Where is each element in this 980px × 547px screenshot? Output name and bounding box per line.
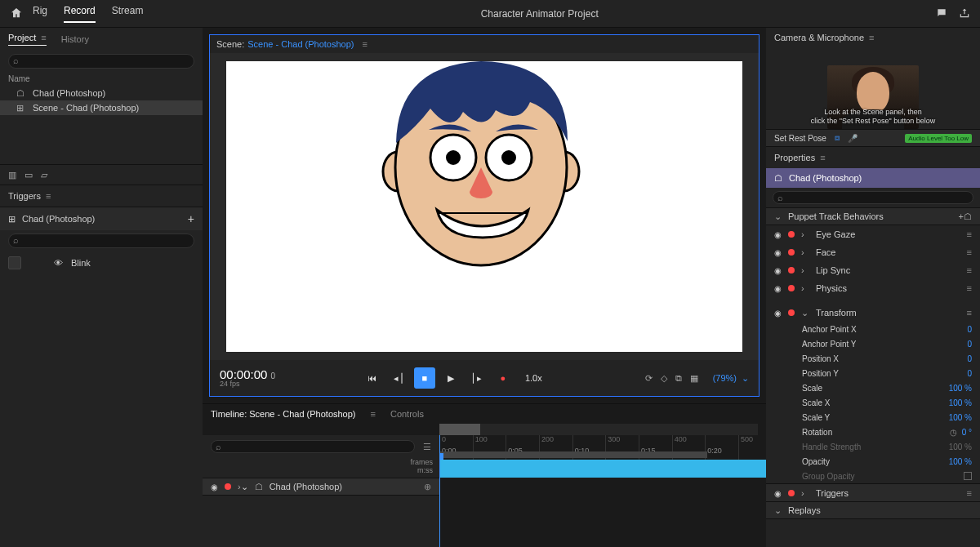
property-row[interactable]: Scale X100 % <box>766 395 980 410</box>
scene-name[interactable]: Scene - Chad (Photoshop) <box>247 39 354 49</box>
timeline-track-row[interactable]: ⌄ ☖ Chad (Photoshop) ⊕ <box>203 478 439 496</box>
record-arm-icon[interactable] <box>225 483 231 490</box>
properties-search-input[interactable] <box>773 191 973 204</box>
behavior-row[interactable]: Face <box>766 243 980 261</box>
panel-menu-icon[interactable] <box>820 153 825 162</box>
chevron-icon[interactable] <box>801 265 809 275</box>
record-arm-icon[interactable] <box>788 309 795 316</box>
checkbox[interactable] <box>964 472 972 480</box>
step-back-button[interactable]: ◂⎥ <box>388 367 409 389</box>
behavior-menu-icon[interactable] <box>967 488 972 498</box>
behavior-row[interactable]: Physics <box>766 279 980 297</box>
property-row[interactable]: Rotation◷0 ° <box>766 425 980 439</box>
property-row[interactable]: Group Opacity <box>766 469 980 483</box>
eye-icon[interactable] <box>211 482 218 491</box>
checker-icon[interactable]: ▦ <box>690 373 698 384</box>
share-icon[interactable] <box>959 7 970 20</box>
playhead[interactable] <box>439 435 440 547</box>
go-to-start-button[interactable]: ⏮ <box>362 367 383 389</box>
property-value[interactable]: 100 % <box>949 442 972 451</box>
property-row[interactable]: Handle Strength100 % <box>766 439 980 454</box>
property-row[interactable]: Position X0 <box>766 351 980 366</box>
behavior-menu-icon[interactable] <box>967 247 972 257</box>
zoom-value[interactable]: (79%) <box>713 373 737 383</box>
behavior-row[interactable]: Lip Sync <box>766 261 980 279</box>
stopwatch-icon[interactable]: ◷ <box>950 428 957 437</box>
mode-record[interactable]: Record <box>64 5 96 23</box>
timecode[interactable]: 00:00:000 <box>220 368 275 380</box>
chevron-down-icon[interactable] <box>774 211 782 222</box>
record-arm-icon[interactable] <box>788 231 795 238</box>
stop-button[interactable]: ■ <box>414 367 435 389</box>
chevron-down-icon[interactable]: ⌄ <box>742 373 749 384</box>
workarea-icon[interactable]: ◇ <box>661 373 667 384</box>
timeline-scrollbar[interactable] <box>439 424 758 435</box>
record-arm-icon[interactable] <box>788 267 795 274</box>
trigger-key-box[interactable] <box>8 256 21 269</box>
timeline-search-input[interactable] <box>211 440 415 453</box>
property-value[interactable]: 100 % <box>949 398 972 407</box>
folder-icon[interactable]: ▥ <box>8 170 16 180</box>
property-value[interactable]: 100 % <box>949 384 972 393</box>
play-button[interactable]: ▶ <box>440 367 461 389</box>
behavior-menu-icon[interactable] <box>967 265 972 275</box>
panel-menu-icon[interactable] <box>869 33 874 42</box>
project-item-puppet[interactable]: ☖ Chad (Photoshop) <box>0 86 203 100</box>
eye-icon[interactable] <box>774 283 782 293</box>
property-row[interactable]: Scale Y100 % <box>766 410 980 425</box>
chevron-right-icon[interactable] <box>801 488 809 498</box>
property-row[interactable]: Opacity100 % <box>766 454 980 469</box>
tab-project[interactable]: Project <box>8 33 47 46</box>
chevron-icon[interactable] <box>801 283 809 293</box>
scene-canvas[interactable] <box>210 53 759 360</box>
property-row[interactable]: Anchor Point Y0 <box>766 336 980 351</box>
property-value[interactable]: 0 <box>967 325 972 334</box>
section-puppet-track-behaviors[interactable]: Puppet Track Behaviors +☖ <box>766 207 980 225</box>
layers-icon[interactable]: ☰ <box>423 442 431 452</box>
track-clip[interactable] <box>439 460 766 478</box>
panel-menu-icon[interactable] <box>41 33 46 42</box>
chevron-icon[interactable] <box>801 308 809 318</box>
trigger-item[interactable]: 👁 Blink <box>0 251 203 274</box>
properties-puppet-row[interactable]: ☖ Chad (Photoshop) <box>766 168 980 188</box>
add-behavior-icon[interactable]: +☖ <box>959 211 972 222</box>
property-value[interactable]: 100 % <box>949 413 972 422</box>
panel-menu-icon[interactable] <box>363 39 368 49</box>
tab-controls[interactable]: Controls <box>390 409 424 419</box>
triggers-search-input[interactable] <box>8 233 194 248</box>
chevron-down-icon[interactable]: ⌄ <box>238 482 248 492</box>
eye-icon[interactable] <box>774 247 782 257</box>
property-value[interactable]: 0 <box>967 354 972 363</box>
mode-stream[interactable]: Stream <box>112 5 144 23</box>
new-item-icon[interactable]: ▱ <box>41 170 47 180</box>
playback-rate[interactable]: 1.0x <box>525 373 542 383</box>
mic-toggle-icon[interactable]: 🎤 <box>848 134 858 143</box>
new-folder-icon[interactable]: ▭ <box>24 170 33 180</box>
behavior-menu-icon[interactable] <box>967 283 972 293</box>
record-arm-icon[interactable] <box>788 285 795 291</box>
eye-icon[interactable] <box>774 229 782 239</box>
add-trigger-icon[interactable]: + <box>188 212 194 225</box>
record-arm-icon[interactable] <box>788 490 795 496</box>
behavior-menu-icon[interactable] <box>967 229 972 239</box>
project-search-input[interactable] <box>8 54 194 69</box>
tab-history[interactable]: History <box>61 34 89 44</box>
section-replays[interactable]: Replays <box>766 501 980 519</box>
home-icon[interactable] <box>10 7 23 21</box>
mode-rig[interactable]: Rig <box>33 5 47 23</box>
property-value[interactable]: 0 <box>967 340 972 349</box>
chevron-icon[interactable] <box>801 229 809 239</box>
property-value[interactable]: 100 % <box>949 457 972 466</box>
tab-timeline[interactable]: Timeline: Scene - Chad (Photoshop) <box>211 409 356 419</box>
property-value[interactable]: 0 ° <box>962 428 972 437</box>
record-button[interactable]: ● <box>492 367 514 389</box>
property-value[interactable]: 0 <box>967 369 972 378</box>
eye-icon[interactable] <box>774 265 782 275</box>
loop-icon[interactable]: ⟳ <box>645 373 653 384</box>
project-item-scene[interactable]: ⊞ Scene - Chad (Photoshop) <box>0 100 203 115</box>
property-row[interactable]: Scale100 % <box>766 380 980 395</box>
behavior-row[interactable]: Eye Gaze <box>766 225 980 243</box>
track-menu-icon[interactable]: ⊕ <box>424 482 431 492</box>
eye-icon[interactable] <box>774 488 782 498</box>
webcam-toggle-icon[interactable]: ⧈ <box>835 133 840 143</box>
